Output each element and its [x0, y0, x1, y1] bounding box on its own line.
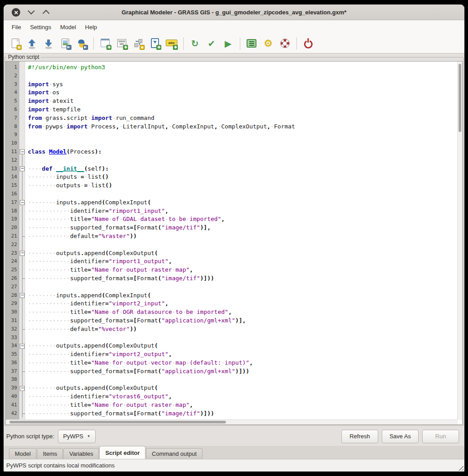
- code-line[interactable]: [28, 139, 462, 148]
- line-number[interactable]: 35: [6, 350, 19, 359]
- title-bar[interactable]: Graphical Modeler - GRASS GIS - g_gui_gm…: [4, 4, 464, 20]
- fold-toggle-icon[interactable]: [20, 386, 25, 391]
- line-number[interactable]: 33: [6, 334, 19, 342]
- code-line[interactable]: [28, 283, 462, 291]
- code-line[interactable]: ············default="%vector")): [28, 325, 462, 334]
- line-number[interactable]: 41: [6, 401, 19, 410]
- line-number[interactable]: 7: [6, 114, 19, 123]
- code-line[interactable]: #!/usr/bin/env·python3: [28, 63, 462, 72]
- settings-button[interactable]: ⚙: [262, 37, 274, 50]
- tab-command-output[interactable]: Command output: [146, 448, 203, 459]
- tab-model[interactable]: Model: [9, 448, 36, 459]
- menu-file[interactable]: File: [7, 24, 26, 31]
- line-number[interactable]: 15: [6, 181, 19, 190]
- code-line[interactable]: ············identifier="vimport2_output"…: [28, 350, 462, 359]
- line-number[interactable]: 26: [6, 274, 19, 283]
- line-number[interactable]: 2: [6, 72, 19, 80]
- line-number[interactable]: 17: [6, 198, 19, 207]
- code-line[interactable]: ········inputs.append(ComplexInput(: [28, 198, 462, 207]
- horizontal-scrollbar-thumb[interactable]: [9, 421, 226, 423]
- line-number[interactable]: 28: [6, 291, 19, 300]
- line-number[interactable]: 27: [6, 283, 19, 291]
- code-line[interactable]: ········outputs·=·list(): [28, 181, 462, 190]
- code-line[interactable]: ············default="%raster")): [28, 232, 462, 241]
- code-line[interactable]: [28, 334, 462, 342]
- code-line[interactable]: ············identifier="vtorast6_output"…: [28, 392, 462, 401]
- export-python-button[interactable]: [75, 37, 88, 50]
- fold-toggle-icon[interactable]: [20, 344, 25, 348]
- line-number[interactable]: 18: [6, 207, 19, 216]
- redraw-model-button[interactable]: ↻: [189, 37, 201, 50]
- fold-toggle-icon[interactable]: [20, 150, 25, 154]
- code-line[interactable]: ············identifier="rimport1_output"…: [28, 257, 462, 266]
- line-number-gutter[interactable]: 1234567891011121314151617181920212223242…: [6, 62, 19, 424]
- code-line[interactable]: ············identifier="vimport2_input",: [28, 300, 462, 308]
- line-number[interactable]: 29: [6, 300, 19, 308]
- export-image-button[interactable]: [59, 37, 71, 50]
- line-number[interactable]: 9: [6, 131, 19, 139]
- fold-toggle-icon[interactable]: [20, 200, 25, 205]
- add-relation-button[interactable]: [132, 37, 145, 50]
- code-line[interactable]: ············supported_formats=[Format("a…: [28, 317, 462, 325]
- fold-toggle-icon[interactable]: [20, 293, 25, 298]
- code-line[interactable]: ········outputs.append(ComplexOutput(: [28, 342, 462, 350]
- line-number[interactable]: 24: [6, 257, 19, 266]
- add-command-button[interactable]: [99, 37, 111, 50]
- code-line[interactable]: ····def·__init__(self):: [28, 165, 462, 173]
- line-number[interactable]: 39: [6, 384, 19, 392]
- code-line[interactable]: ············title="Name·of·GDAL·dataset·…: [28, 215, 462, 224]
- line-number[interactable]: 12: [6, 156, 19, 165]
- script-editor[interactable]: 1234567891011121314151617181920212223242…: [5, 61, 463, 425]
- line-number[interactable]: 3: [6, 80, 19, 89]
- line-number[interactable]: 31: [6, 317, 19, 325]
- line-number[interactable]: 10: [6, 139, 19, 148]
- code-area[interactable]: #!/usr/bin/env·python3import·sysimport·o…: [25, 62, 462, 424]
- code-line[interactable]: ········outputs.append(ComplexOutput(: [28, 384, 462, 392]
- line-number[interactable]: 14: [6, 173, 19, 181]
- save-model-button[interactable]: [42, 37, 55, 50]
- code-line[interactable]: [28, 156, 462, 165]
- minimize-icon[interactable]: [29, 9, 33, 13]
- close-icon[interactable]: [12, 8, 20, 17]
- resize-grip-icon[interactable]: [457, 464, 464, 471]
- line-number[interactable]: 23: [6, 249, 19, 258]
- code-line[interactable]: ············identifier="rimport1_input",: [28, 207, 462, 216]
- item-list-button[interactable]: [245, 37, 258, 50]
- code-line[interactable]: from·pywps·import·Process,·LiteralInput,…: [28, 123, 462, 131]
- code-line[interactable]: ············title="Name·for·output·raste…: [28, 266, 462, 274]
- save-as-button[interactable]: Save As: [382, 430, 419, 443]
- maximize-icon[interactable]: [44, 11, 48, 15]
- line-number[interactable]: 19: [6, 215, 19, 224]
- line-number[interactable]: 16: [6, 190, 19, 198]
- line-number[interactable]: 21: [6, 232, 19, 241]
- tab-variables[interactable]: Variables: [63, 448, 99, 459]
- line-number[interactable]: 30: [6, 308, 19, 317]
- code-line[interactable]: ············supported_formats=[Format("i…: [28, 224, 462, 232]
- horizontal-scrollbar[interactable]: [6, 419, 458, 424]
- fold-toggle-icon[interactable]: [20, 251, 25, 256]
- line-number[interactable]: 40: [6, 392, 19, 401]
- line-number[interactable]: 37: [6, 367, 19, 376]
- code-line[interactable]: [28, 131, 462, 139]
- line-number[interactable]: 25: [6, 266, 19, 274]
- add-data-button[interactable]: IOIOI OIO: [115, 37, 128, 50]
- line-number[interactable]: 1: [6, 63, 19, 72]
- code-line[interactable]: import·atexit: [28, 97, 462, 106]
- load-model-button[interactable]: [26, 37, 38, 50]
- quit-button[interactable]: [302, 37, 314, 50]
- vertical-scrollbar[interactable]: [457, 62, 462, 420]
- fold-margin[interactable]: [19, 62, 25, 424]
- tab-items[interactable]: Items: [37, 448, 63, 459]
- code-line[interactable]: import·tempfile: [28, 106, 462, 114]
- code-line[interactable]: ········inputs·=·list(): [28, 173, 462, 181]
- code-line[interactable]: [28, 241, 462, 249]
- code-line[interactable]: import·os: [28, 88, 462, 97]
- line-number[interactable]: 13: [6, 165, 19, 173]
- code-line[interactable]: ············supported_formats=[Format("i…: [28, 410, 462, 418]
- line-number[interactable]: 36: [6, 359, 19, 367]
- tab-script-editor[interactable]: Script editor: [99, 446, 146, 459]
- line-number[interactable]: 5: [6, 97, 19, 106]
- code-line[interactable]: ············supported_formats=[Format("i…: [28, 274, 462, 283]
- line-number[interactable]: 20: [6, 224, 19, 232]
- run-model-button[interactable]: ▶: [222, 37, 234, 50]
